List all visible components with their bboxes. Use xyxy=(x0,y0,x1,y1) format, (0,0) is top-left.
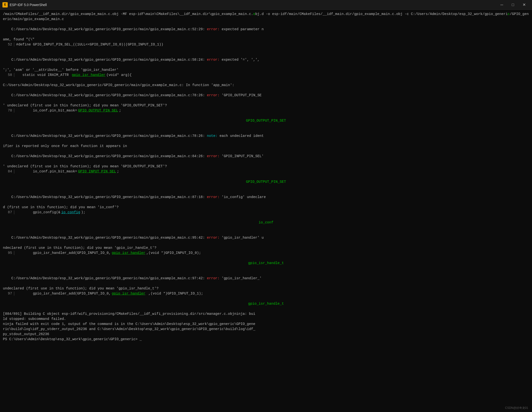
suggestion-output-set-1: GPIO_OUTPUT_PIN_SET xyxy=(3,118,529,123)
line-52-code: 52 │ #define GPIO_INPUT_PIN_SEL_((1ULL<<… xyxy=(3,42,529,47)
blank-1 xyxy=(3,47,529,52)
error-95-msg2: ndeclared (first use in this function); … xyxy=(3,245,529,250)
suggestion-output-set-2: GPIO_OUTPUT_PIN_SET xyxy=(3,179,529,184)
error-58-msg2: ';', 'asm' or '__attribute__' before 'gp… xyxy=(3,67,529,73)
build-stopped-line: ld stopped: subcommand failed. xyxy=(3,316,529,322)
ninja-failed-line3: py_stdout_output_26236 xyxy=(3,332,529,337)
suggestion-io-conf: io_conf xyxy=(3,220,529,225)
note-78-msg2: ifier is reported only once for each fun… xyxy=(3,144,529,149)
blank-8 xyxy=(3,225,529,230)
blank-6 xyxy=(3,184,529,190)
error-52-msg: C:/Users/Admin/Desktop/esp_32_work/gpio_… xyxy=(3,22,529,37)
error-87-msg: C:/Users/Admin/Desktop/esp_32_work/gpio_… xyxy=(3,190,529,205)
blank-11 xyxy=(3,296,529,301)
line-58-code: 58 │ static void IRAIM_ATTR gpio_isr_han… xyxy=(3,73,529,78)
line-87-code: 87 │ gpio_config(&io_config); xyxy=(3,210,529,215)
error-97-msg2: undeclared (first use in this function);… xyxy=(3,286,529,291)
titlebar-title: ESP-IDF 5.0 PowerShell xyxy=(10,3,47,7)
blank-12 xyxy=(3,306,529,311)
compile-cmd-line: /main/CMakeFiles/__idf_main.dir/gpio_exa… xyxy=(3,12,529,22)
blank-10 xyxy=(3,266,529,271)
app-icon: E xyxy=(2,2,8,8)
minimize-button[interactable]: ─ xyxy=(496,0,507,10)
blank-5 xyxy=(3,174,529,179)
terminal[interactable]: /main/CMakeFiles/__idf_main.dir/gpio_exa… xyxy=(0,10,532,412)
line-84-code: 84 │ io_conf.pin_bit_mask=GPIO_INPUT_PIN… xyxy=(3,169,529,174)
error-84-msg2: ' undeclared (first use in this function… xyxy=(3,164,529,169)
error-95-msg: C:/Users/Admin/Desktop/esp_32_work/gpio_… xyxy=(3,230,529,245)
error-97-msg: C:/Users/Admin/Desktop/esp_32_work/gpio_… xyxy=(3,271,529,286)
error-78-msg2: ' undeclared (first use in this function… xyxy=(3,103,529,108)
prompt-line[interactable]: PS C:\Users\Admin\Desktop\esp_32_work\gp… xyxy=(3,337,529,342)
blank-7 xyxy=(3,215,529,220)
suggestion-isr-handle-t-2: gpio_isr_handle_t xyxy=(3,301,529,306)
line-95-code: 95 │ gpio_isr_handler_add(GPIO_INPUT_IO_… xyxy=(3,250,529,256)
error-58-msg: C:/Users/Admin/Desktop/esp_32_work/gpio_… xyxy=(3,52,529,67)
note-78-msg: C:/Users/Admin/Desktop/esp_32_work/gpio_… xyxy=(3,128,529,144)
blank-4 xyxy=(3,123,529,128)
blank-9 xyxy=(3,256,529,261)
maximize-button[interactable]: □ xyxy=(507,0,518,10)
ninja-failed-line2: ric\build\log\idf_py_stderr_output_26236… xyxy=(3,327,529,332)
error-78-msg: C:/Users/Admin/Desktop/esp_32_work/gpio_… xyxy=(3,88,529,103)
line-97-code: 97 │ gpio_isr_handler_add(GPIO_INPUT_IO_… xyxy=(3,291,529,296)
titlebar: E ESP-IDF 5.0 PowerShell ─ □ ✕ xyxy=(0,0,532,10)
error-app-main: C:/Users/Admin/Desktop/esp_32_work/gpio_… xyxy=(3,83,529,88)
watermark: CSDN@好奇龙01 xyxy=(505,406,528,410)
titlebar-controls: ─ □ ✕ xyxy=(496,0,530,10)
error-52-msg2: ame, found "(\" xyxy=(3,37,529,42)
close-button[interactable]: ✕ xyxy=(518,0,530,10)
blank-3 xyxy=(3,113,529,118)
error-84-msg: C:/Users/Admin/Desktop/esp_32_work/gpio_… xyxy=(3,149,529,164)
ninja-failed-line: ninja failed with exit code 1, output of… xyxy=(3,322,529,327)
build-884-line: [884/891] Building C object esp-idf/wifi… xyxy=(3,311,529,316)
error-87-msg2: d (first use in this function); did you … xyxy=(3,205,529,210)
suggestion-isr-handle-t-1: gpio_isr_handle_t xyxy=(3,261,529,266)
blank-2 xyxy=(3,78,529,83)
line-78-code: 78 │ io_conf.pin_bit_mask=GPIO_OUTPUT_PI… xyxy=(3,108,529,113)
